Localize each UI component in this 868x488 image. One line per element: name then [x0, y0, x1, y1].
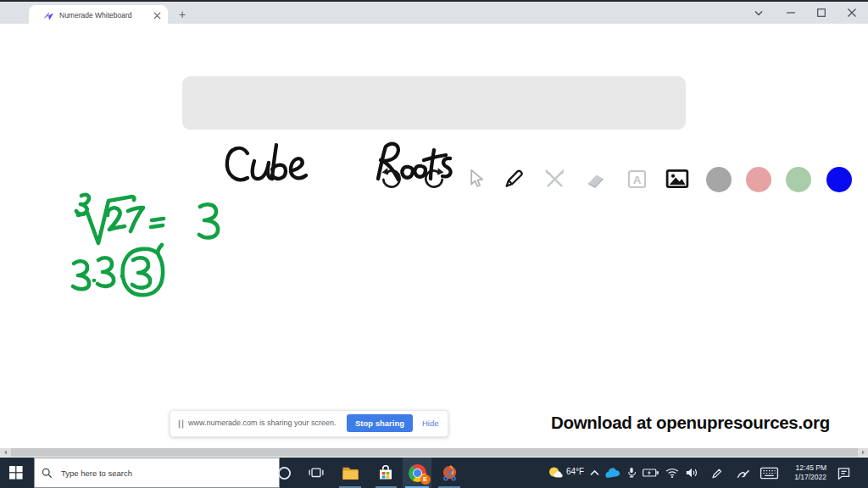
image-tool-icon[interactable]: [662, 162, 693, 196]
tab-search-chevron-icon[interactable]: [746, 4, 771, 21]
horizontal-scrollbar[interactable]: [0, 448, 868, 457]
undo-icon[interactable]: [376, 162, 407, 196]
scroll-left-arrow[interactable]: [0, 448, 11, 457]
eraser-tool-icon[interactable]: [580, 162, 610, 196]
scrollbar-thumb[interactable]: [11, 448, 858, 457]
touch-keyboard-icon[interactable]: [758, 464, 780, 481]
tab-close-icon[interactable]: [151, 9, 164, 22]
stop-sharing-button[interactable]: Stop sharing: [347, 414, 413, 432]
cortana-icon[interactable]: [270, 458, 298, 488]
tab-title: Numerade Whiteboard: [59, 11, 132, 19]
task-view-icon[interactable]: [302, 458, 331, 488]
screen: Numerade Whiteboard +: [0, 0, 868, 488]
window-close-icon[interactable]: [839, 4, 865, 21]
whiteboard-toolbar: A: [182, 76, 686, 130]
search-icon: [42, 468, 53, 479]
action-center-icon[interactable]: [834, 463, 853, 482]
chrome-icon: E: [409, 464, 426, 482]
clock-date: 1/17/2022: [784, 473, 826, 482]
pointer-tool-icon[interactable]: [460, 162, 491, 196]
onedrive-icon[interactable]: [604, 465, 620, 480]
chrome-taskbar-button[interactable]: E: [403, 458, 431, 488]
clock-time: 12:45 PM: [784, 463, 826, 473]
window-maximize-icon[interactable]: [809, 4, 834, 21]
numerade-favicon: [41, 8, 54, 22]
tray-chevron-icon[interactable]: [588, 468, 600, 478]
svg-text:A: A: [632, 173, 641, 186]
tab-strip: Numerade Whiteboard +: [0, 0, 868, 25]
taskbar: Type here to search E 64°F: [0, 458, 868, 488]
taskbar-search[interactable]: Type here to search: [34, 458, 280, 488]
temperature-readout[interactable]: 64°F: [566, 467, 584, 476]
tab-numerade-whiteboard[interactable]: Numerade Whiteboard: [29, 5, 168, 25]
redo-icon[interactable]: [419, 162, 449, 196]
window-minimize-icon[interactable]: [778, 4, 804, 21]
tools-icon[interactable]: [539, 162, 570, 196]
hide-share-bar-link[interactable]: Hide: [422, 419, 439, 428]
start-button[interactable]: [2, 458, 31, 488]
color-red-button[interactable]: [746, 167, 771, 192]
color-gray-button[interactable]: [706, 167, 732, 192]
screen-share-bar: www.numerade.com is sharing your screen.…: [170, 410, 448, 437]
color-blue-button[interactable]: [826, 167, 852, 192]
microsoft-store-icon[interactable]: [371, 458, 400, 488]
pencil-tool-icon[interactable]: [498, 162, 529, 196]
share-message: www.numerade.com is sharing your screen.: [188, 419, 337, 427]
snip-app-icon[interactable]: [435, 458, 464, 488]
search-placeholder: Type here to search: [61, 469, 132, 478]
taskbar-clock[interactable]: 12:45 PM 1/17/2022: [784, 463, 826, 481]
weather-icon[interactable]: [546, 463, 565, 482]
sharing-indicator-icon: [177, 419, 184, 429]
text-tool-icon[interactable]: A: [621, 162, 652, 196]
scroll-right-arrow[interactable]: [858, 448, 868, 457]
browser-toolbar: numerade.com/answers/whiteboard/ E Pause…: [0, 24, 868, 47]
pen-icon[interactable]: [709, 464, 724, 481]
chrome-profile-badge: E: [420, 474, 431, 485]
battery-icon[interactable]: [641, 465, 661, 480]
bookmarks-bar: Apps Bill Pay National Math and... Mrs. …: [0, 47, 868, 69]
download-note: Download at openupresources.org: [551, 413, 830, 433]
file-explorer-icon[interactable]: [336, 458, 364, 488]
volume-icon[interactable]: [683, 464, 700, 481]
wifi-icon[interactable]: [664, 464, 681, 481]
color-green-button[interactable]: [786, 167, 811, 192]
microphone-icon[interactable]: [625, 463, 638, 482]
ink-workspace-icon[interactable]: [734, 464, 751, 481]
new-tab-button[interactable]: +: [175, 7, 190, 22]
